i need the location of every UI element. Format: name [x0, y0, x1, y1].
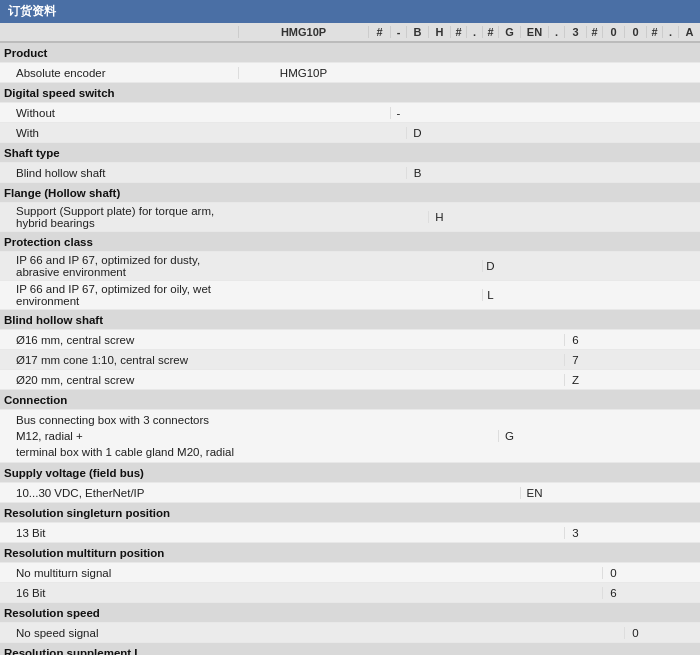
col-h3: B [406, 26, 428, 38]
row-10-30vdc: 10...30 VDC, EtherNet/IP EN [0, 483, 700, 503]
row-label: No multiturn signal [0, 565, 238, 581]
section-shaft-type-label: Shaft type [0, 145, 238, 161]
row-with: With D [0, 123, 700, 143]
section-connection-label: Connection [0, 392, 238, 408]
row-17mm: Ø17 mm cone 1:10, central screw 7 [0, 350, 700, 370]
col-h8: G [498, 26, 520, 38]
cell-B: B [406, 167, 428, 179]
section-product-label: Product [0, 45, 238, 61]
col-header-hmg10p: HMG10P [238, 26, 368, 38]
cell-hmg10p: HMG10P [238, 67, 368, 79]
row-13bit: 13 Bit 3 [0, 523, 700, 543]
section-multiturn-label: Resolution multiturn position [0, 545, 238, 561]
section-singleturn-label: Resolution singleturn position [0, 505, 238, 521]
row-support: Support (Support plate) for torque arm, … [0, 203, 700, 232]
cell-G: G [498, 430, 520, 442]
section-digital-speed-label: Digital speed switch [0, 85, 238, 101]
row-label: Absolute encoder [0, 65, 238, 81]
col-h15: # [646, 26, 662, 38]
col-h11: 3 [564, 26, 586, 38]
row-ip-oily: IP 66 and IP 67, optimized for oily, wet… [0, 281, 700, 310]
col-h1: # [368, 26, 390, 38]
cell-3: 3 [564, 527, 586, 539]
row-absolute-encoder: Absolute encoder HMG10P [0, 63, 700, 83]
col-h16: . [662, 26, 678, 38]
cell-0a: 0 [602, 567, 624, 579]
col-h7: # [482, 26, 498, 38]
row-label: Blind hollow shaft [0, 165, 238, 181]
cell-H: H [428, 211, 450, 223]
cell-D2: D [482, 260, 498, 272]
row-label: With [0, 125, 238, 141]
section-singleturn: Resolution singleturn position [0, 503, 700, 523]
section-supply: Supply voltage (field bus) [0, 463, 700, 483]
section-multiturn: Resolution multiturn position [0, 543, 700, 563]
cell-D: D [406, 127, 428, 139]
row-label: IP 66 and IP 67, optimized for dusty, ab… [0, 252, 238, 280]
row-no-speed: No speed signal 0 [0, 623, 700, 643]
col-h14: 0 [624, 26, 646, 38]
col-h10: . [548, 26, 564, 38]
cell-Z: Z [564, 374, 586, 386]
section-digital-speed: Digital speed switch [0, 83, 700, 103]
section-shaft-type: Shaft type [0, 143, 700, 163]
col-header-label [0, 26, 238, 38]
cell-dash: - [390, 107, 406, 119]
cell-EN: EN [520, 487, 548, 499]
row-label: Without [0, 105, 238, 121]
order-table: HMG10P # - B H # . # G EN . 3 # 0 0 # . … [0, 23, 700, 655]
section-supply-label: Supply voltage (field bus) [0, 465, 238, 481]
row-no-multiturn: No multiturn signal 0 [0, 563, 700, 583]
row-label: Ø16 mm, central screw [0, 332, 238, 348]
cell-7: 7 [564, 354, 586, 366]
section-protection-label: Protection class [0, 234, 238, 250]
row-label: Ø20 mm, central screw [0, 372, 238, 388]
row-label: 16 Bit [0, 585, 238, 601]
row-blind-hollow: Blind hollow shaft B [0, 163, 700, 183]
row-label: 10...30 VDC, EtherNet/IP [0, 485, 238, 501]
row-20mm: Ø20 mm, central screw Z [0, 370, 700, 390]
row-16bit: 16 Bit 6 [0, 583, 700, 603]
section-flange-label: Flange (Hollow shaft) [0, 185, 238, 201]
section-flange: Flange (Hollow shaft) [0, 183, 700, 203]
row-ip-dusty: IP 66 and IP 67, optimized for dusty, ab… [0, 252, 700, 281]
row-without: Without - [0, 103, 700, 123]
cell-0b: 0 [624, 627, 646, 639]
col-h13: 0 [602, 26, 624, 38]
section-hollow-shaft-sizes-label: Blind hollow shaft [0, 312, 238, 328]
page-title: 订货资料 [8, 4, 56, 18]
cell-6: 6 [564, 334, 586, 346]
row-label: Bus connecting box with 3 connectors M12… [0, 410, 238, 462]
row-label: IP 66 and IP 67, optimized for oily, wet… [0, 281, 238, 309]
section-supplement1: Resolution supplement I [0, 643, 700, 655]
row-label: Ø17 mm cone 1:10, central screw [0, 352, 238, 368]
col-h12: # [586, 26, 602, 38]
col-h9: EN [520, 26, 548, 38]
row-label: 13 Bit [0, 525, 238, 541]
section-protection: Protection class [0, 232, 700, 252]
section-hollow-shaft-sizes: Blind hollow shaft [0, 310, 700, 330]
col-h17: A [678, 26, 700, 38]
row-bus-box: Bus connecting box with 3 connectors M12… [0, 410, 700, 463]
col-h5: # [450, 26, 466, 38]
col-headers-row: HMG10P # - B H # . # G EN . 3 # 0 0 # . … [0, 23, 700, 43]
row-label: No speed signal [0, 625, 238, 641]
header-bar: 订货资料 [0, 0, 700, 23]
col-h4: H [428, 26, 450, 38]
col-h2: - [390, 26, 406, 38]
col-h6: . [466, 26, 482, 38]
row-label: Support (Support plate) for torque arm, … [0, 203, 238, 231]
cell-L: L [482, 289, 498, 301]
section-speed: Resolution speed [0, 603, 700, 623]
section-supplement1-label: Resolution supplement I [0, 645, 238, 655]
section-speed-label: Resolution speed [0, 605, 238, 621]
section-product: Product [0, 43, 700, 63]
row-16mm: Ø16 mm, central screw 6 [0, 330, 700, 350]
section-connection: Connection [0, 390, 700, 410]
cell-6a: 6 [602, 587, 624, 599]
